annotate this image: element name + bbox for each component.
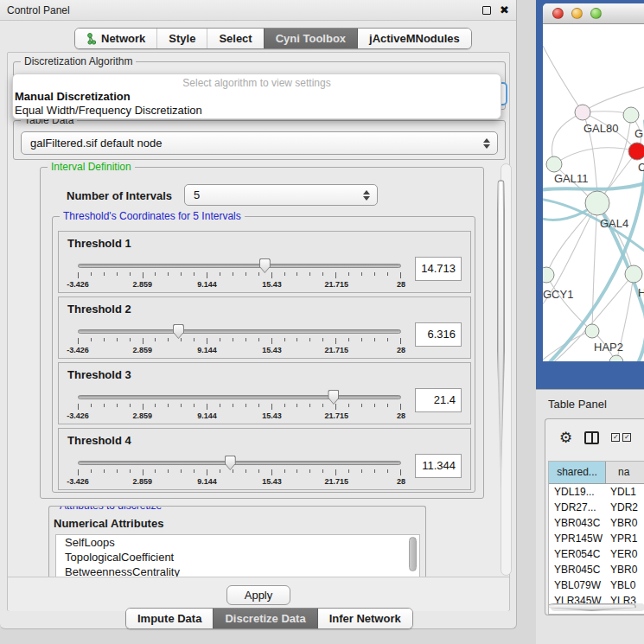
table-row[interactable]: YER054CYER0: [549, 546, 644, 562]
network-node[interactable]: [585, 191, 609, 215]
algorithm-dropdown-popup: Select algorithm to view settings Manual…: [12, 73, 501, 119]
table-row[interactable]: YBR045CYBR0: [549, 562, 644, 577]
table-panel-toolbar: ⚙ ✓ ✓: [545, 419, 644, 456]
cell-shared-name: YER054C: [549, 546, 606, 562]
table-row[interactable]: YDR27...YDR2: [549, 500, 644, 515]
threshold-value-field[interactable]: 21.4: [415, 388, 462, 412]
slider-thumb[interactable]: [225, 456, 236, 470]
minimize-traffic-light-icon[interactable]: [571, 8, 583, 19]
network-node[interactable]: [625, 265, 642, 283]
threshold-value-field[interactable]: 14.713: [415, 257, 462, 281]
threshold-row: -3.4262.8599.14415.4321.7152811.344: [67, 454, 462, 492]
slider-track[interactable]: [78, 264, 401, 268]
gear-icon[interactable]: ⚙: [559, 430, 572, 445]
tick-label: 21.715: [324, 280, 348, 289]
network-edge[interactable]: [543, 331, 592, 361]
cell-name: YER0: [606, 546, 644, 562]
threshold-value-field[interactable]: 11.344: [415, 454, 462, 478]
threshold-label: Threshold 3: [67, 368, 462, 381]
checkbox-icon[interactable]: ✓: [611, 433, 620, 442]
threshold-label: Threshold 1: [67, 237, 462, 250]
cell-shared-name: YBR045C: [549, 562, 606, 577]
slider-thumb[interactable]: [259, 258, 271, 273]
zoom-traffic-light-icon[interactable]: [590, 8, 602, 19]
network-canvas[interactable]: GAL80GGAL11CGAL4GCY1HHAP2: [543, 24, 644, 361]
number-of-intervals-combobox[interactable]: 5: [184, 184, 378, 206]
column-header-name[interactable]: na: [606, 462, 644, 483]
network-node[interactable]: [623, 107, 639, 123]
network-edge[interactable]: [543, 46, 583, 112]
network-edge-highlighted[interactable]: [550, 121, 644, 361]
slider-thumb[interactable]: [173, 324, 184, 339]
combo-arrows-icon: [363, 190, 370, 201]
table-row[interactable]: YLR345WYLR3: [549, 593, 644, 603]
attribute-list-item[interactable]: TopologicalCoefficient: [56, 550, 419, 564]
slider-track[interactable]: [78, 395, 401, 399]
network-node[interactable]: [575, 105, 590, 120]
table-row[interactable]: YPR145WYPR1: [549, 531, 644, 546]
tab-label: Network: [101, 32, 145, 45]
threshold-panel: Threshold 1-3.4262.8599.14415.4321.71528…: [58, 231, 471, 293]
slider-ticks: [78, 469, 401, 475]
slider-tick-labels: -3.4262.8599.14415.4321.71528: [78, 346, 401, 356]
float-window-icon[interactable]: [482, 6, 491, 15]
slider-ticks: [78, 338, 401, 344]
panel-scrollbar[interactable]: [501, 163, 512, 576]
network-node[interactable]: [609, 355, 623, 361]
dropdown-option[interactable]: Equal Width/Frequency Discretization: [13, 104, 501, 118]
table-row[interactable]: YBL079WYBL0: [549, 577, 644, 593]
tab-network[interactable]: Network: [75, 29, 156, 48]
tab-cyni-toolbox[interactable]: Cyni Toolbox: [264, 29, 357, 48]
checkbox-icon[interactable]: ✓: [622, 433, 631, 442]
slider-thumb[interactable]: [328, 390, 339, 405]
threshold-slider[interactable]: -3.4262.8599.14415.4321.71528: [78, 388, 401, 426]
threshold-slider[interactable]: -3.4262.8599.14415.4321.71528: [78, 257, 401, 295]
table-row[interactable]: YBR043CYBR0: [549, 515, 644, 531]
slider-track[interactable]: [78, 329, 401, 334]
network-node[interactable]: [628, 143, 644, 160]
discretization-algorithm-group-title: Discretization Algorithm: [21, 55, 136, 67]
column-header-shared-name[interactable]: shared...: [549, 462, 606, 483]
threshold-slider[interactable]: -3.4262.8599.14415.4321.71528: [78, 322, 401, 360]
network-node[interactable]: [585, 324, 599, 338]
cyni-toolbox-panel: Discretization Algorithm Select algorith…: [7, 52, 510, 611]
attributes-group: Attributes to discretize Numerical Attri…: [48, 506, 426, 578]
attributes-list-scrollbar[interactable]: [409, 537, 417, 571]
slider-tick-labels: -3.4262.8599.14415.4321.71528: [78, 411, 401, 422]
tab-jactivemnodules[interactable]: jActiveMNodules: [357, 29, 471, 48]
threshold-slider[interactable]: -3.4262.8599.14415.4321.71528: [78, 454, 401, 492]
tab-impute-data[interactable]: Impute Data: [126, 609, 213, 628]
apply-button[interactable]: Apply: [226, 585, 290, 605]
right-panel-area: GAL80GGAL11CGAL4GCY1HHAP2 Table Panel ⚙ …: [536, 0, 644, 644]
network-node[interactable]: [546, 156, 562, 172]
numerical-attributes-list[interactable]: SelfLoopsTopologicalCoefficientBetweenne…: [55, 534, 420, 578]
close-icon[interactable]: ✖: [500, 4, 509, 16]
threshold-panel: Threshold 2-3.4262.8599.14415.4321.71528…: [58, 296, 471, 359]
panel-scrollbar-thumb[interactable]: [497, 180, 505, 489]
tab-infer-network[interactable]: Infer Network: [317, 609, 412, 628]
cell-shared-name: YBR043C: [549, 515, 606, 531]
tick-label: 21.715: [324, 346, 348, 354]
threshold-row: -3.4262.8599.14415.4321.7152814.713: [67, 257, 462, 295]
attribute-list-item[interactable]: SelfLoops: [56, 535, 419, 550]
network-node[interactable]: [543, 267, 554, 283]
table-panel-title: Table Panel: [548, 398, 607, 411]
select-columns-icons[interactable]: ✓ ✓: [611, 433, 631, 442]
split-columns-icon[interactable]: [584, 431, 599, 444]
cell-shared-name: YDL19...: [549, 484, 606, 500]
table-horizontal-scrollbar-thumb[interactable]: [548, 603, 636, 611]
tab-select[interactable]: Select: [207, 29, 263, 48]
table-data-combobox[interactable]: galFiltered.sif default node: [21, 131, 498, 155]
threshold-value-field[interactable]: 6.316: [415, 322, 462, 347]
tab-style[interactable]: Style: [156, 29, 207, 48]
tick-label: -3.426: [67, 477, 89, 486]
cyni-bottom-tabbar: Impute DataDiscretize DataInfer Network: [125, 608, 413, 629]
network-edge[interactable]: [546, 203, 597, 275]
close-traffic-light-icon[interactable]: [552, 8, 564, 19]
table-horizontal-scrollbar[interactable]: [551, 603, 644, 611]
network-node-label: GAL4: [600, 217, 628, 230]
tab-discretize-data[interactable]: Discretize Data: [213, 609, 316, 628]
table-row[interactable]: YDL19...YDL1: [549, 484, 644, 500]
dropdown-option[interactable]: Manual Discretization: [13, 90, 501, 104]
slider-track[interactable]: [78, 461, 401, 465]
